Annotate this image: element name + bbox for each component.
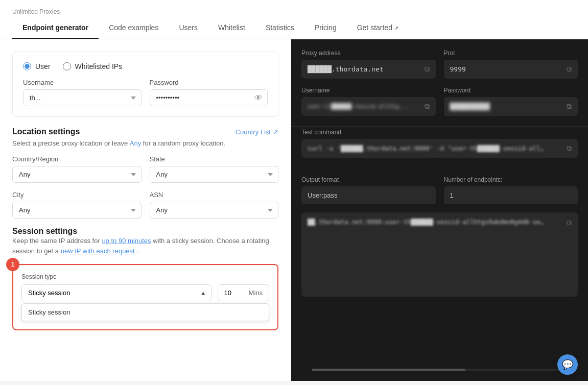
state-select[interactable]: Any: [150, 166, 279, 183]
session-title: Session settings: [12, 227, 278, 236]
session-link1[interactable]: up to 90 minutes: [102, 237, 151, 245]
copy-username-icon[interactable]: ⧉: [425, 102, 430, 111]
city-group: City Any: [12, 191, 142, 219]
whitelisted-radio[interactable]: [63, 62, 71, 70]
whitelisted-radio-text: Whitelisted IPs: [75, 62, 123, 70]
any-highlight: Any: [130, 139, 141, 147]
proxy-port-group: Prot 9999 ⧉: [444, 50, 578, 79]
scrollbar-track[interactable]: [312, 369, 568, 371]
copy-port-icon[interactable]: ⧉: [567, 65, 572, 74]
proxy-address-label: Proxy address: [301, 50, 436, 57]
output-box: Output format User:pass Number of endpoi…: [291, 166, 588, 381]
tab-whitelist[interactable]: Whitelist: [208, 17, 255, 39]
tab-statistics[interactable]: Statistics: [255, 17, 304, 39]
output-format-label: Output format: [301, 176, 436, 183]
username-label: Username: [23, 79, 142, 86]
eye-icon[interactable]: 👁: [254, 93, 263, 103]
chat-icon: 💬: [562, 359, 573, 370]
endpoint-text: ██.thordata.net:9999:user-th██████-sessi…: [308, 219, 545, 226]
city-select[interactable]: Any: [12, 202, 142, 219]
endpoint-result: ██.thordata.net:9999:user-th██████-sessi…: [301, 212, 578, 297]
mins-input[interactable]: [224, 289, 245, 297]
password-group: Password 👁: [150, 79, 268, 106]
country-select[interactable]: Any: [12, 166, 142, 183]
proxy-username-text: user-ti██████-sessid-allhtg...: [308, 103, 409, 110]
location-grid-1: Country/Region Any State Any: [12, 155, 278, 183]
username-group: Username th...: [23, 79, 142, 106]
sticky-session-option[interactable]: Sticky session: [22, 304, 269, 321]
right-panel: Proxy address ██████.thordata.net ⧉ Prot…: [291, 39, 588, 381]
tab-endpoint-generator[interactable]: Endpoint generator: [12, 17, 99, 39]
chat-bubble[interactable]: 💬: [557, 354, 578, 375]
proxy-password-value: ██████████ ⧉: [444, 97, 578, 116]
password-label: Password: [150, 79, 268, 86]
output-grid: Output format User:pass Number of endpoi…: [301, 176, 578, 204]
copy-result-icon[interactable]: ⧉: [567, 219, 572, 227]
proxy-username-label: Username: [301, 87, 436, 94]
auth-radio-group: User Whitelisted IPs: [23, 62, 268, 70]
copy-password-icon[interactable]: ⧉: [567, 102, 572, 111]
session-desc-end: .: [136, 247, 138, 255]
tab-code-examples[interactable]: Code examples: [99, 17, 169, 39]
user-radio-label[interactable]: User: [23, 62, 51, 70]
session-section: Session settings Keep the same IP addres…: [12, 227, 278, 330]
location-header: Location settings Country List ↗: [12, 127, 278, 136]
tab-users[interactable]: Users: [169, 17, 208, 39]
session-type-select[interactable]: Sticky session: [21, 284, 211, 301]
copy-address-icon[interactable]: ⧉: [425, 65, 430, 74]
country-label: Country/Region: [12, 155, 142, 163]
proxy-info-box: Proxy address ██████.thordata.net ⧉ Prot…: [291, 39, 588, 127]
location-grid-2: City Any ASN Any: [12, 191, 278, 219]
tab-get-started[interactable]: Get started: [347, 17, 409, 39]
session-type-row: Sticky session ▲ Mins: [21, 284, 269, 301]
user-radio[interactable]: [23, 62, 31, 70]
city-label: City: [12, 191, 142, 199]
password-input[interactable]: [150, 89, 268, 106]
mins-label: Mins: [249, 289, 263, 297]
proxy-password-label: Password: [444, 87, 578, 94]
endpoints-label: Number of endpoints:: [444, 176, 578, 183]
proxy-port-text: 9999: [450, 65, 466, 73]
test-cmd-value: curl -x '██████.thordata.net:9999' -U "u…: [301, 139, 578, 158]
session-select-wrapper: Sticky session ▲: [21, 284, 211, 301]
proxy-password-text: ██████████: [450, 103, 490, 110]
test-command-section: Test command curl -x '██████.thordata.ne…: [291, 127, 588, 166]
auth-section: User Whitelisted IPs Username th... Pass…: [12, 52, 278, 117]
username-select[interactable]: th...: [23, 89, 142, 106]
scrollbar-thumb: [312, 369, 465, 371]
proxy-address-text: ██████.thordata.net: [308, 65, 384, 73]
proxy-password-group: Password ██████████ ⧉: [444, 87, 578, 116]
proxy-port-value: 9999 ⧉: [444, 60, 578, 79]
left-panel: User Whitelisted IPs Username th... Pass…: [0, 39, 291, 381]
country-list-link[interactable]: Country List ↗: [236, 128, 278, 136]
proxy-username-value: user-ti██████-sessid-allhtg... ⧉: [301, 97, 436, 116]
badge-1: 1: [6, 258, 19, 271]
location-desc-end: for a random proxy location.: [143, 139, 225, 147]
test-cmd-text: curl -x '██████.thordata.net:9999' -U "u…: [308, 145, 545, 152]
proxy-address-group: Proxy address ██████.thordata.net ⧉: [301, 50, 436, 79]
external-link-icon: ↗: [273, 128, 278, 136]
proxy-port-label: Prot: [444, 50, 578, 57]
session-link2[interactable]: new IP with each request: [61, 247, 135, 255]
asn-label: ASN: [150, 191, 279, 199]
copy-test-cmd-icon[interactable]: ⧉: [567, 144, 572, 153]
session-type-box: 1 Session type Sticky session ▲ Mins: [12, 264, 278, 330]
country-list-text: Country List: [236, 128, 271, 136]
state-label: State: [150, 155, 279, 163]
proxy-address-value: ██████.thordata.net ⧉: [301, 60, 436, 79]
auth-form-row: Username th... Password 👁: [23, 79, 268, 106]
proxy-grid: Proxy address ██████.thordata.net ⧉ Prot…: [301, 50, 578, 116]
user-radio-text: User: [35, 62, 51, 70]
endpoints-input[interactable]: [444, 186, 578, 204]
tab-pricing[interactable]: Pricing: [304, 17, 347, 39]
session-dropdown: Sticky session: [21, 303, 269, 321]
main-content: User Whitelisted IPs Username th... Pass…: [0, 39, 588, 381]
mins-input-wrapper: Mins: [218, 284, 269, 301]
whitelisted-radio-label[interactable]: Whitelisted IPs: [63, 62, 123, 70]
location-title: Location settings: [12, 127, 80, 136]
session-desc: Keep the same IP address for up to 90 mi…: [12, 236, 278, 256]
output-format-select[interactable]: User:pass: [301, 186, 436, 204]
session-type-label: Session type: [21, 273, 269, 280]
asn-select[interactable]: Any: [150, 202, 279, 219]
proxy-username-group: Username user-ti██████-sessid-allhtg... …: [301, 87, 436, 116]
